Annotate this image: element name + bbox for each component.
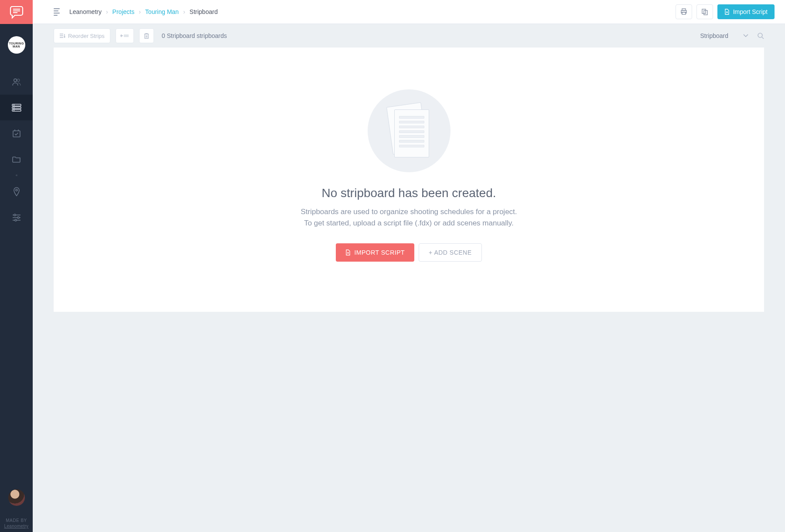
empty-state-description: Stripboards are used to organize shootin… — [300, 206, 517, 228]
chevron-right-icon: › — [139, 8, 141, 15]
sidebar-item-stripboard[interactable] — [0, 95, 33, 120]
empty-desc-line2: To get started, upload a script file (.f… — [300, 218, 517, 229]
calendar-check-icon — [12, 129, 21, 138]
svg-point-4 — [17, 79, 20, 82]
import-script-cta-button[interactable]: IMPORT SCRIPT — [336, 243, 414, 262]
breadcrumb-project-link[interactable]: Touring Man — [145, 8, 179, 15]
sidebar-item-settings[interactable] — [0, 205, 33, 230]
svg-rect-7 — [12, 109, 21, 111]
sidebar-item-people[interactable] — [0, 69, 33, 95]
svg-rect-5 — [12, 104, 21, 106]
topbar: Leanometry › Projects › Touring Man › St… — [33, 0, 577, 24]
delete-strip-button[interactable] — [139, 28, 154, 43]
sidebar: TOURING MAN — [0, 0, 33, 391]
sliders-icon — [12, 214, 21, 222]
sidebar-item-calendar[interactable] — [0, 120, 33, 146]
app-logo[interactable] — [0, 0, 33, 24]
breadcrumb-org: Leanometry — [69, 8, 102, 15]
project-avatar-label: TOURING MAN — [9, 42, 24, 48]
stripboard-icon — [12, 104, 21, 112]
pin-icon — [13, 187, 20, 197]
empty-state-illustration — [368, 89, 451, 172]
add-strip-button[interactable] — [116, 28, 134, 43]
sidebar-separator — [16, 174, 17, 176]
people-icon — [12, 78, 21, 86]
trash-icon — [144, 33, 149, 39]
project-avatar[interactable]: TOURING MAN — [8, 36, 25, 54]
main-panel: No stripboard has been created. Stripboa… — [54, 48, 577, 312]
breadcrumb-current: Stripboard — [190, 8, 218, 15]
add-scene-button[interactable]: + ADD SCENE — [419, 243, 481, 262]
document-plus-icon — [345, 249, 351, 256]
sidebar-nav — [0, 69, 33, 230]
reorder-label: Reorder Strips — [68, 33, 105, 39]
empty-desc-line1: Stripboards are used to organize shootin… — [300, 206, 517, 218]
menu-toggle-icon[interactable] — [54, 8, 60, 16]
svg-rect-6 — [12, 107, 21, 109]
content-area: Reorder Strips 0 Stripboard stripboards … — [33, 24, 577, 391]
sidebar-item-folder[interactable] — [0, 146, 33, 172]
chevron-right-icon: › — [183, 8, 185, 15]
chevron-right-icon: › — [106, 8, 108, 15]
plus-row-icon — [120, 33, 129, 38]
svg-rect-32 — [124, 34, 129, 37]
empty-state-title: No stripboard has been created. — [321, 186, 496, 200]
reorder-strips-button[interactable]: Reorder Strips — [54, 28, 110, 43]
list-sort-icon — [59, 33, 65, 38]
add-scene-label: + ADD SCENE — [429, 249, 471, 256]
chat-icon — [10, 6, 24, 19]
stripboard-count-text: 0 Stripboard stripboards — [162, 32, 227, 39]
breadcrumb: Leanometry › Projects › Touring Man › St… — [69, 8, 218, 15]
breadcrumb-projects-link[interactable]: Projects — [113, 8, 135, 15]
svg-point-3 — [14, 78, 17, 82]
import-script-cta-label: IMPORT SCRIPT — [354, 249, 405, 256]
svg-point-18 — [14, 214, 16, 216]
toolbar: Reorder Strips 0 Stripboard stripboards … — [33, 24, 577, 48]
folder-icon — [12, 155, 21, 163]
svg-point-19 — [17, 217, 19, 218]
sidebar-item-location[interactable] — [0, 179, 33, 205]
svg-point-20 — [15, 219, 17, 221]
svg-point-14 — [16, 189, 17, 191]
empty-state-actions: IMPORT SCRIPT + ADD SCENE — [336, 243, 481, 262]
